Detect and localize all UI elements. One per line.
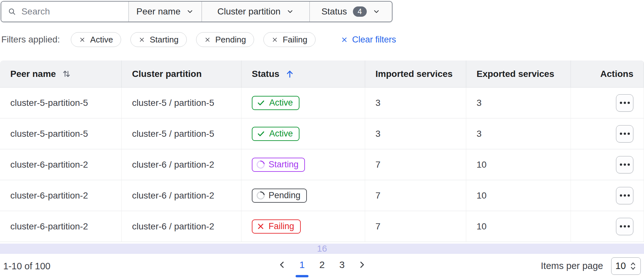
column-header-label: Peer name (10, 69, 56, 79)
cluster-partition-dropdown[interactable]: Cluster partition (202, 2, 310, 22)
search-icon (8, 7, 16, 16)
table-row: cluster-5-partition-5 cluster-5 / partit… (0, 118, 644, 149)
peer-name-dropdown[interactable]: Peer name (129, 2, 202, 22)
exported-services-cell: 10 (466, 211, 571, 242)
column-header-status[interactable]: Status (242, 60, 365, 88)
row-actions-button[interactable] (616, 187, 633, 204)
pager: 1 2 3 (275, 256, 369, 273)
clear-filters-label: Clear filters (352, 35, 396, 45)
items-per-page-label: Items per page (541, 261, 603, 271)
status-badge: Active (252, 127, 299, 141)
previous-page-button[interactable] (275, 256, 289, 273)
results-range-text: 1-10 of 100 (3, 261, 51, 271)
row-actions-button[interactable] (616, 218, 633, 235)
column-header-label: Cluster partition (132, 69, 202, 79)
status-badge: Active (252, 96, 299, 110)
filter-chip-label: Active (90, 35, 113, 45)
peers-table: Peer name Cluster partition Status (0, 60, 644, 242)
cluster-partition-dropdown-label: Cluster partition (217, 6, 280, 17)
actions-cell (571, 180, 644, 211)
table-row: cluster-5-partition-5 cluster-5 / partit… (0, 88, 644, 118)
status-dropdown[interactable]: Status 4 (310, 2, 392, 22)
cluster-partition-cell: cluster-5 / partition-5 (122, 118, 242, 149)
stepper-chevrons-icon (630, 262, 637, 271)
exported-services-cell: 10 (466, 180, 571, 211)
peer-name-dropdown-label: Peer name (137, 6, 181, 17)
row-actions-button[interactable] (616, 125, 633, 143)
row-actions-button[interactable] (616, 156, 633, 173)
column-header-exported-services: Exported services (466, 60, 571, 88)
filter-chip-failing[interactable]: Failing (263, 32, 316, 47)
column-header-cluster-partition[interactable]: Cluster partition (122, 60, 242, 88)
filter-chip-label: Pending (215, 35, 246, 45)
filter-chip-label: Failing (283, 35, 308, 45)
filter-chip-active[interactable]: Active (71, 32, 121, 47)
column-header-imported-services: Imported services (365, 60, 466, 88)
peer-name-cell: cluster-5-partition-5 (0, 88, 122, 118)
page-button-1[interactable]: 1 (295, 256, 309, 273)
close-icon (138, 36, 145, 43)
peer-name-cell: cluster-5-partition-5 (0, 118, 122, 149)
column-header-actions: Actions (571, 60, 644, 88)
overflow-row-label: 16 (317, 244, 327, 254)
filter-chip-starting[interactable]: Starting (130, 32, 187, 47)
column-header-label: Imported services (375, 69, 453, 79)
status-dropdown-label: Status (321, 6, 347, 17)
x-icon (257, 222, 265, 230)
applied-filters-bar: Filters applied: Active Starting Pending… (1, 32, 396, 47)
status-cell: Starting (242, 149, 365, 180)
imported-services-cell: 7 (365, 149, 466, 180)
cluster-partition-cell: cluster-5 / partition-5 (122, 88, 242, 118)
column-header-peer-name[interactable]: Peer name (0, 60, 122, 88)
sort-swap-icon[interactable] (62, 69, 71, 79)
items-per-page-select[interactable]: 10 (611, 257, 641, 275)
close-icon (204, 36, 211, 43)
chevron-right-icon (357, 260, 366, 269)
cluster-partition-cell: cluster-6 / partition-2 (122, 211, 242, 242)
chevron-down-icon (186, 8, 194, 15)
exported-services-cell: 3 (466, 88, 571, 118)
status-badge: Failing (252, 219, 301, 234)
filter-chip-label: Starting (150, 35, 179, 45)
status-count-badge: 4 (353, 6, 367, 17)
actions-cell (571, 118, 644, 149)
imported-services-cell: 7 (365, 180, 466, 211)
filters-applied-label: Filters applied: (1, 34, 60, 45)
chevron-down-icon (373, 8, 380, 15)
check-icon (257, 98, 265, 107)
next-page-button[interactable] (355, 256, 369, 273)
imported-services-cell: 3 (365, 118, 466, 149)
search-box[interactable] (1, 2, 129, 22)
status-badge-label: Starting (269, 160, 298, 169)
exported-services-cell: 3 (466, 118, 571, 149)
clear-filters-link[interactable]: Clear filters (341, 35, 396, 45)
filter-toolbar: Peer name Cluster partition Status 4 (1, 1, 393, 22)
exported-services-cell: 10 (466, 149, 571, 180)
page-button-3[interactable]: 3 (335, 256, 349, 273)
column-header-label: Exported services (477, 69, 554, 79)
table-row: cluster-6-partition-2 cluster-6 / partit… (0, 211, 644, 242)
imported-services-cell: 7 (365, 211, 466, 242)
close-icon (341, 36, 348, 43)
search-input[interactable] (21, 6, 122, 17)
close-icon (271, 36, 278, 43)
table-row: cluster-6-partition-2 cluster-6 / partit… (0, 180, 644, 211)
filter-chip-pending[interactable]: Pending (196, 32, 254, 47)
status-badge-label: Pending (269, 191, 300, 200)
peer-name-cell: cluster-6-partition-2 (0, 180, 122, 211)
page-button-2[interactable]: 2 (315, 256, 329, 273)
peers-page: Peer name Cluster partition Status 4 Fil… (0, 0, 644, 278)
status-cell: Active (242, 118, 365, 149)
chevron-down-icon (286, 8, 294, 15)
chevron-left-icon (278, 260, 287, 269)
status-badge-label: Active (269, 98, 293, 107)
items-per-page-value: 10 (615, 261, 626, 271)
pagination-footer: 1-10 of 100 1 2 3 Items per page 10 (0, 254, 644, 278)
loading-spinner-icon (255, 190, 266, 201)
sort-ascending-icon[interactable] (285, 69, 295, 79)
row-actions-button[interactable] (616, 94, 633, 112)
status-cell: Failing (242, 211, 365, 242)
status-badge: Pending (252, 189, 307, 203)
check-icon (257, 129, 265, 138)
status-badge-label: Failing (269, 222, 294, 231)
